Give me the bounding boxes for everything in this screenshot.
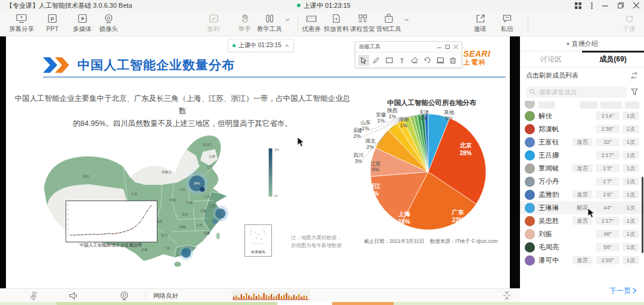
member-row[interactable]: 解佳1'14"1次: [520, 109, 644, 122]
member-list-scrollbar[interactable]: [642, 177, 643, 253]
member-avatar: [525, 150, 535, 161]
shelf-icon: [357, 13, 368, 24]
end-class-button[interactable]: 下课: [623, 13, 636, 33]
clear-tool[interactable]: [448, 55, 459, 66]
raise-hand-icon: [239, 13, 250, 24]
pen-icon: [373, 57, 380, 64]
svg-text:四川: 四川: [354, 152, 364, 158]
live-intro-tab[interactable]: + 直播介绍: [520, 36, 644, 51]
end-class-bell-icon: [624, 13, 634, 24]
slide-title: 中国人工智能企业数量分布: [78, 57, 235, 73]
media-button[interactable]: 多媒体: [73, 13, 92, 33]
eraser-tool[interactable]: [410, 55, 420, 66]
rectangle-icon: [386, 57, 393, 64]
collapse-bar-icon[interactable]: [502, 291, 512, 300]
member-name: 王吕娜: [538, 151, 559, 160]
member-row[interactable]: 王吕娜1'17"1次: [520, 149, 644, 162]
board-icon: [436, 57, 444, 64]
cursor-tool-icon: [361, 57, 367, 64]
talk-time-badge: 58": [596, 243, 620, 251]
panel-restore-icon[interactable]: [445, 45, 450, 49]
svg-text:贵州: 贵州: [161, 233, 168, 237]
svg-text:山西: 山西: [178, 187, 185, 192]
member-row[interactable]: 王琳琳献花44"1次: [520, 201, 644, 214]
member-row[interactable]: 万小丹1'7"1次: [520, 175, 644, 188]
pen-tool[interactable]: [371, 55, 382, 66]
direct-message-button[interactable]: 私信: [501, 13, 513, 33]
toolbar-divider: [298, 17, 298, 31]
undo-tool[interactable]: [422, 55, 433, 66]
refresh-members-row[interactable]: 点击刷新成员列表: [520, 67, 644, 83]
refresh-icon[interactable]: [630, 72, 638, 79]
speak-badge: 发言: [572, 164, 593, 172]
member-row[interactable]: 王富钰发言32"1次: [520, 135, 644, 149]
member-row-partial[interactable]: [520, 101, 644, 109]
panel-minimize-icon[interactable]: [437, 45, 441, 49]
talk-time-badge: 1'17": [596, 217, 620, 225]
svg-text:28%: 28%: [460, 150, 472, 156]
member-name: 万小丹: [538, 177, 559, 186]
microphone-muted-icon[interactable]: [29, 291, 39, 301]
webcam-icon[interactable]: [119, 291, 129, 301]
push-materials-button[interactable]: 投放资料: [324, 13, 349, 33]
raise-hand-button[interactable]: 举手: [239, 13, 251, 33]
trash-icon: [450, 57, 456, 64]
teaching-tools-button[interactable]: 教学工具: [257, 13, 282, 33]
screen-share-icon: [16, 13, 27, 24]
ppt-button[interactable]: P PPT: [47, 13, 58, 32]
member-avatar: [525, 216, 535, 226]
panel-close-icon[interactable]: [454, 45, 458, 49]
member-search-input[interactable]: [538, 88, 606, 96]
marketing-caret-icon[interactable]: [404, 18, 409, 21]
tab-discussion[interactable]: 讨论区: [520, 51, 582, 67]
speak-badge: [572, 125, 593, 133]
member-row[interactable]: 刘振48"1次: [520, 227, 644, 241]
member-row[interactable]: 毛周亮58"1次: [520, 241, 644, 254]
media-control-bar: 网络良好: [0, 288, 520, 302]
member-avatar: [525, 190, 535, 200]
text-tool[interactable]: T: [397, 55, 407, 66]
teaching-tools-caret-icon[interactable]: [285, 18, 290, 21]
board-tool[interactable]: [435, 55, 446, 66]
network-status: 网络良好: [153, 292, 178, 300]
member-row[interactable]: 覃闻铭发言1'3"1次: [520, 162, 644, 175]
screen-share-button[interactable]: 屏幕分享: [9, 13, 34, 33]
live-dot-icon: [233, 44, 236, 47]
search-icon: [530, 89, 535, 95]
member-search-box[interactable]: [526, 87, 627, 98]
member-row[interactable]: 潘可中发言1'20"1次: [520, 254, 644, 267]
pie-caption: 截止日期：2021年3月31日 数据来源：IT桔子 © itjuzi.com: [349, 238, 510, 245]
toolbar: 屏幕分享 P PPT 多媒体 摄像头 签到 举手 教学工具 优惠券 投放资料 课…: [0, 11, 644, 36]
whiteboard-panel[interactable]: 画板工具 T: [355, 41, 462, 68]
layout-grid-button[interactable]: [575, 2, 581, 9]
next-page-link[interactable]: 下一页: [520, 283, 644, 302]
select-tool[interactable]: [358, 55, 369, 66]
collapse-chevron-icon[interactable]: [284, 44, 289, 47]
tab-members[interactable]: 成员(69): [582, 51, 644, 67]
member-row[interactable]: 孟雅韵发言1'6"1次: [520, 188, 644, 201]
class-status-text: 上课中 01:23:15: [304, 1, 351, 10]
sign-in-icon: [208, 13, 219, 24]
more-menu-button[interactable]: [591, 2, 593, 9]
coupon-button[interactable]: 优惠券: [302, 13, 321, 33]
speaker-icon[interactable]: [69, 291, 79, 301]
minimize-button[interactable]: [602, 2, 608, 8]
member-name: 郑潇帆: [538, 125, 559, 134]
course-shelf-button[interactable]: 课程货架: [350, 13, 375, 33]
restore-button[interactable]: [618, 2, 624, 8]
member-row[interactable]: 吴忠胜发言1'17"1次: [520, 214, 644, 227]
close-button[interactable]: [633, 2, 639, 8]
bottom-strip: [0, 302, 644, 305]
filter-icon[interactable]: [631, 88, 638, 95]
chat-icon: [501, 13, 512, 24]
camera-button[interactable]: 摄像头: [99, 13, 118, 33]
invite-button[interactable]: 邀请: [474, 13, 487, 33]
coupon-icon: [305, 13, 317, 24]
materials-icon: [332, 13, 341, 24]
member-row[interactable]: 郑潇帆1'39"1次: [520, 122, 644, 135]
rect-tool[interactable]: [384, 55, 395, 66]
speak-badge: 发言: [572, 190, 593, 199]
sign-in-button[interactable]: 签到: [208, 13, 220, 33]
class-timer-pill[interactable]: 上课中 01:23:15: [228, 39, 294, 52]
marketing-tools-button[interactable]: 营销工具: [376, 13, 401, 33]
